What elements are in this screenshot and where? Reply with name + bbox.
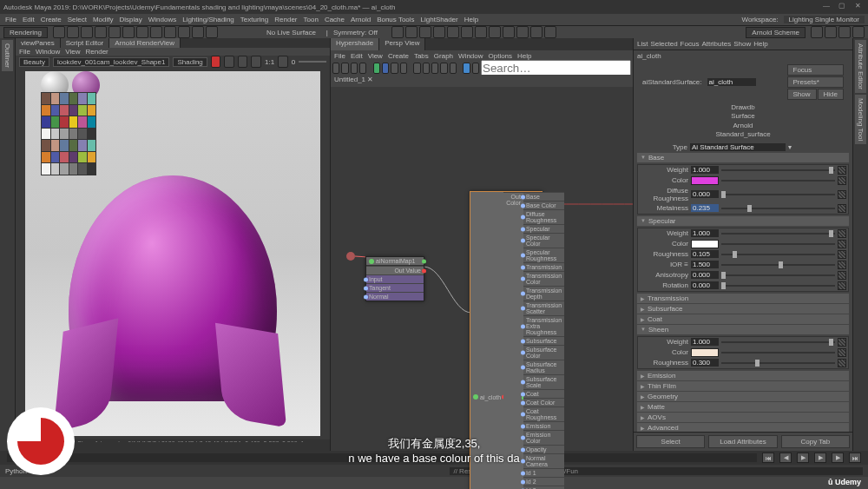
file-texture-node[interactable] (346, 252, 355, 261)
hs-menu-window[interactable]: Window (458, 52, 483, 60)
node-port[interactable]: Specular (523, 224, 564, 233)
play-button[interactable] (224, 56, 234, 68)
sheen-color-swatch[interactable] (691, 348, 719, 357)
rewind-button[interactable]: ⏮ (762, 453, 774, 463)
ae-tab-selected[interactable]: Selected (650, 40, 677, 48)
rot-field[interactable]: 0.000 (691, 281, 719, 289)
step-back-button[interactable]: ◀ (779, 453, 792, 463)
shelf-icon[interactable] (461, 26, 473, 38)
sheen-color-slider[interactable] (721, 352, 835, 354)
shelf-icon[interactable] (419, 26, 431, 38)
node-port[interactable]: Normal Camera (523, 453, 564, 468)
spec-color-slider[interactable] (721, 243, 835, 245)
section-specular[interactable]: Specular (637, 216, 849, 226)
play-back-button[interactable]: ▶ (797, 453, 809, 463)
layout-icon[interactable] (838, 26, 851, 38)
node-port[interactable]: Subsurface Radius (523, 360, 564, 374)
ae-tab-help[interactable]: Help (753, 40, 767, 48)
hs-tool-solo[interactable] (463, 63, 470, 74)
hs-menu-create[interactable]: Create (388, 52, 409, 60)
hs-tool[interactable] (431, 63, 438, 74)
hs-tool[interactable] (391, 63, 398, 74)
map-button[interactable] (838, 166, 846, 175)
tab-arnoldrenderview[interactable]: Arnold RenderView (109, 38, 181, 48)
tab-viewpanes[interactable]: viewPanes (16, 38, 61, 48)
tab-hypershade[interactable]: Hypershade (331, 38, 379, 50)
aniso-slider[interactable] (721, 274, 835, 276)
hs-tool[interactable] (351, 63, 358, 74)
hs-menu-options[interactable]: Options (489, 52, 513, 60)
save-button[interactable] (251, 56, 261, 68)
node-port[interactable]: Subsurface Scale (523, 374, 564, 389)
section-aovs[interactable]: AOVs (637, 413, 849, 422)
shelf-icon[interactable] (206, 26, 218, 38)
rv-menu-view[interactable]: View (65, 48, 80, 56)
menu-render[interactable]: Render (273, 16, 299, 23)
module-dropdown[interactable]: Rendering (3, 27, 48, 38)
toggle-icon[interactable] (278, 56, 288, 68)
select-button[interactable]: Select (636, 435, 705, 448)
menu-create[interactable]: Create (39, 16, 63, 23)
node-port[interactable]: Specular Color (523, 233, 564, 248)
rv-menu-window[interactable]: Window (36, 48, 60, 56)
graph-tab-untitled[interactable]: Untitled_1 (334, 76, 365, 83)
shelf-icon[interactable] (405, 26, 418, 38)
shading-dropdown[interactable]: Shading (173, 57, 207, 67)
node-ainormalmap[interactable]: aiNormalMap1 Out Value Input Tangent Nor… (365, 256, 424, 301)
map-button[interactable] (838, 359, 846, 367)
zoom-ratio[interactable]: 1:1 (265, 58, 274, 66)
workspace-dropdown[interactable]: Lighting Single Monitor (784, 16, 865, 23)
section-subsurface[interactable]: Subsurface (637, 304, 849, 314)
shelf-icon[interactable] (391, 26, 404, 38)
hs-tool[interactable] (450, 63, 457, 74)
metalness-slider[interactable] (721, 208, 835, 209)
node-port[interactable]: Transmission Color (523, 271, 564, 286)
type-dropdown[interactable]: Ai Standard Surface (690, 143, 786, 151)
shelf-icon[interactable] (530, 26, 542, 38)
menu-lighting[interactable]: Lighting/Shading (181, 16, 236, 23)
base-weight-slider[interactable] (721, 169, 835, 171)
shelf-icon[interactable] (475, 26, 487, 38)
ae-tab-show[interactable]: Show (733, 40, 751, 48)
shelf-icon[interactable] (95, 26, 107, 38)
hs-tool[interactable] (400, 63, 407, 74)
node-port[interactable]: Input (369, 276, 383, 282)
no-live-surface[interactable]: No Live Surface (266, 29, 316, 36)
shelf-icon[interactable] (136, 26, 148, 38)
node-port[interactable]: Coat Color (523, 398, 564, 406)
hs-menu-view[interactable]: View (368, 52, 383, 60)
node-port[interactable]: Emission (523, 421, 564, 430)
shelf-icon[interactable] (503, 26, 515, 38)
hs-tool[interactable] (382, 63, 389, 74)
hide-button[interactable]: Hide (818, 89, 844, 100)
copy-tab-button[interactable]: Copy Tab (781, 435, 850, 448)
section-sheen[interactable]: Sheen (637, 325, 849, 334)
section-geometry[interactable]: Geometry (637, 392, 849, 401)
menu-arnold[interactable]: Arnold (349, 16, 372, 23)
map-button[interactable] (838, 176, 846, 185)
tab-scripteditor[interactable]: Script Editor (61, 38, 110, 48)
hs-menu-file[interactable]: File (334, 52, 345, 60)
hs-tool[interactable] (373, 63, 380, 74)
shelf-icon[interactable] (544, 26, 556, 38)
hs-menu-tabs[interactable]: Tabs (414, 52, 429, 60)
spec-weight-slider[interactable] (721, 233, 835, 235)
node-port[interactable]: Transmission Scatter (523, 301, 564, 315)
stop-button[interactable] (211, 56, 221, 68)
refresh-button[interactable] (238, 56, 248, 68)
close-button[interactable]: ✕ (851, 2, 865, 12)
section-thinfilm[interactable]: Thin Film (637, 381, 849, 391)
section-emission[interactable]: Emission (637, 371, 849, 380)
node-port[interactable]: Subsurface (523, 336, 564, 345)
map-button[interactable] (838, 348, 846, 357)
node-port[interactable]: Normal (369, 294, 389, 300)
node-port[interactable]: Coat (523, 389, 564, 398)
node-graph[interactable]: aiNormalMap1 Out Value Input Tangent Nor… (331, 87, 633, 451)
map-button[interactable] (838, 229, 846, 238)
forward-end-button[interactable]: ⏭ (849, 453, 861, 463)
symmetry-dropdown[interactable]: Symmetry: Off (333, 29, 378, 36)
shelf-icon[interactable] (150, 26, 162, 38)
ior-field[interactable]: 1.500 (691, 261, 719, 268)
map-button[interactable] (838, 338, 846, 347)
rot-slider[interactable] (721, 285, 835, 287)
